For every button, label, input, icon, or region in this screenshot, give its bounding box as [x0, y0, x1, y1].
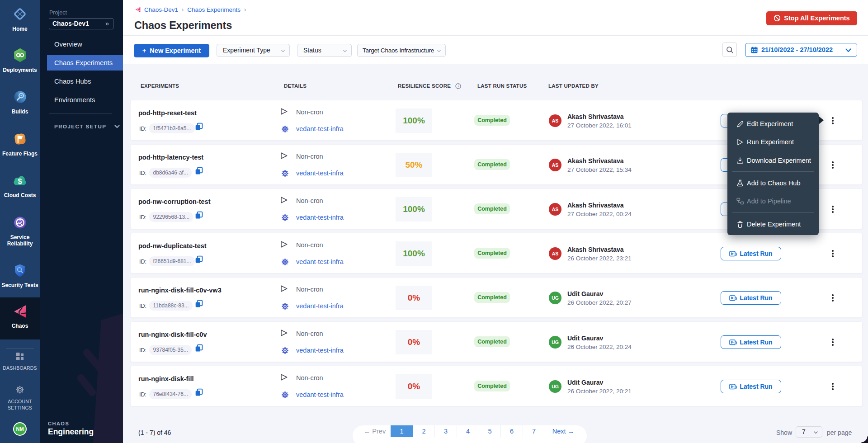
svg-text:$: $	[18, 178, 22, 185]
